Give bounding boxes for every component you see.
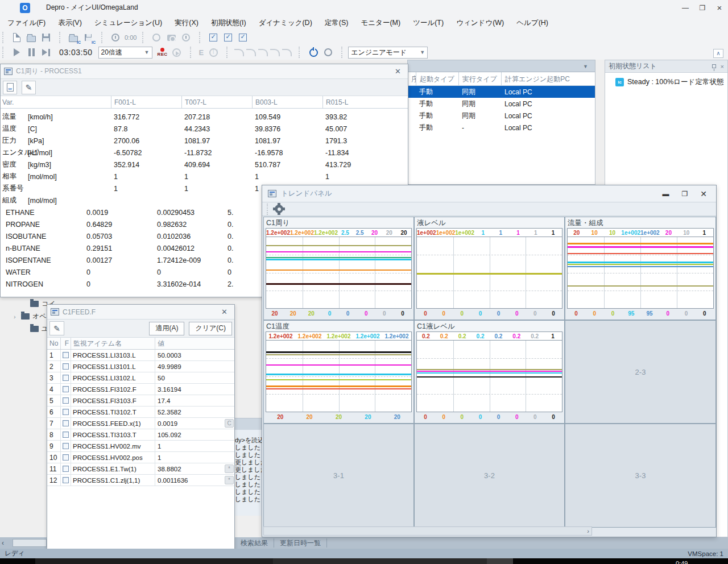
gear-icon[interactable] [275, 205, 283, 213]
clock-reset-icon[interactable] [110, 32, 121, 43]
run-table-row[interactable]: 手動-Local PC [408, 122, 595, 134]
edit-button[interactable]: ✎ [22, 81, 36, 94]
checkbox[interactable] [63, 375, 69, 381]
menu-item-W[interactable]: ウィンドウ(W) [450, 15, 510, 30]
menu-item-H[interactable]: ヘルプ(H) [510, 15, 555, 30]
bottom-tab[interactable]: 更新日時一覧 [274, 538, 327, 548]
stop-ring-icon[interactable] [322, 47, 334, 57]
watch-window-titlebar[interactable]: C1FEED.F ✕ [47, 305, 234, 320]
save-ic-icon[interactable]: IC [82, 32, 94, 43]
checkbox[interactable] [63, 432, 69, 438]
edit-button[interactable]: ✎ [49, 321, 64, 335]
run-zero-icon[interactable] [258, 49, 268, 56]
menu-item-M[interactable]: モニター(M) [355, 15, 407, 30]
toolbar-group-handle[interactable] [226, 47, 230, 58]
checkbox[interactable] [63, 420, 69, 426]
trend-empty-cell[interactable]: 3-3 [565, 424, 716, 528]
checkbox[interactable] [63, 477, 69, 483]
watch-table-row[interactable]: 4PROCESS1.FI3102.F3.16194 [47, 384, 234, 395]
checkbox[interactable] [63, 397, 69, 404]
menu-item-T[interactable]: ツール(T) [407, 15, 450, 30]
toolbar-group-handle[interactable] [59, 32, 63, 43]
watch-table-row[interactable]: 5PROCESS1.FI3103.F17.4 [47, 395, 234, 407]
watch-table-row[interactable]: 8PROCESS1.TI3103.T105.092 [47, 429, 234, 441]
close-icon[interactable]: ✕ [391, 67, 404, 76]
run-to-icon[interactable] [234, 49, 244, 56]
watch-table-row[interactable]: 2PROCESS1.LI3101.L49.9989 [47, 361, 234, 372]
watch-table-row[interactable]: 7PROCESS1.FEED.x(1)0.0019C [47, 418, 234, 429]
close-icon[interactable]: × [721, 63, 724, 70]
trend-window-titlebar[interactable]: トレンドパネル ▬ ❐ ✕ [262, 185, 716, 202]
process-window-titlebar[interactable]: C1周り - PROCESS1 ✕ [1, 64, 408, 79]
watch-table-row[interactable]: 9PROCESS1.HV002.mv1 [47, 441, 234, 452]
open-file-icon[interactable] [26, 32, 37, 43]
checkbox[interactable] [63, 454, 69, 461]
power-icon[interactable] [308, 47, 319, 57]
run-table-row[interactable]: 手動同期Local PC [408, 110, 595, 122]
run-table-row[interactable]: 手動同期Local PC [408, 98, 595, 110]
toolbar-group-handle[interactable] [2, 47, 6, 58]
toolbar-group-handle[interactable] [299, 47, 302, 58]
minimize-icon[interactable]: ▬ [663, 190, 669, 198]
h-scrollbar-thumb[interactable] [13, 539, 47, 547]
tree-item[interactable]: ›オペ [14, 312, 47, 321]
chevron-right-icon[interactable]: › [587, 528, 592, 534]
menu-item-S[interactable]: 定常(S) [318, 15, 355, 30]
menu-item-I[interactable]: 初期状態(I) [205, 15, 253, 30]
record-button[interactable]: REC [156, 48, 169, 57]
trend-chart-cell[interactable]: C1温度1.2e+0021.2e+0021.2e+0021.2e+0021.2e… [263, 320, 414, 424]
edit-mode-icon-2[interactable] [222, 32, 234, 43]
close-icon[interactable]: ✕ [700, 189, 707, 198]
toolbar-group-handle[interactable] [341, 47, 345, 58]
play-icon[interactable] [11, 47, 22, 57]
camera-icon[interactable] [166, 32, 177, 43]
chevron-right-icon[interactable]: › [14, 313, 18, 320]
trend-empty-cell[interactable]: 3-1 [263, 424, 414, 528]
watch-table-row[interactable]: 11PROCESS1.E1.Tw(1)38.8802* [47, 463, 234, 475]
mode-combo[interactable]: エンジニアモード▼ [348, 47, 428, 59]
toolbar-group-handle[interactable] [199, 32, 202, 43]
export-csv-button[interactable]: sv [3, 81, 17, 94]
toolbar-group-handle[interactable] [2, 32, 6, 43]
rewind-icon[interactable] [270, 49, 280, 56]
toolbar-group-handle[interactable] [190, 47, 193, 58]
save-icon[interactable] [40, 32, 52, 43]
menu-item-X[interactable]: 実行(X) [168, 15, 205, 30]
edit-mode-icon-3[interactable] [237, 32, 249, 43]
trend-scrollbar[interactable]: › [263, 526, 592, 536]
trend-empty-cell[interactable]: 3-2 [414, 424, 565, 528]
restore-icon[interactable]: ❐ [694, 2, 711, 14]
checkbox[interactable] [63, 352, 69, 358]
close-icon[interactable]: × [711, 2, 728, 14]
watch-table-row[interactable]: 10PROCESS1.HV002.pos1 [47, 452, 234, 463]
checkbox[interactable] [63, 443, 69, 449]
snapshot-search-icon[interactable] [151, 32, 162, 43]
watch-table-row[interactable]: 1PROCESS1.LI3103.L50.0003 [47, 350, 234, 361]
watch-table-row[interactable]: 12PROCESS1.C1.zlj(1,1)0.0011636* [47, 475, 234, 486]
checkbox[interactable] [63, 386, 69, 392]
pin-icon[interactable] [712, 64, 716, 68]
initial-state-item[interactable]: ic Steady : 100%ロード定常状態 [605, 73, 727, 87]
trend-chart-cell[interactable]: C1液レベル0.20.20.20.20.20.20.2100000000 [414, 320, 565, 424]
open-ic-icon[interactable]: IC [68, 32, 79, 43]
trend-empty-cell[interactable]: 2-3 [565, 320, 716, 424]
chevron-down-icon[interactable]: ▼ [583, 64, 588, 69]
run-table-row[interactable]: 手動同期Local PC [408, 86, 595, 98]
menu-item-V[interactable]: 表示(V) [52, 15, 88, 30]
apply-button[interactable]: 適用(A) [149, 322, 184, 335]
close-icon[interactable]: ✕ [218, 308, 231, 316]
event-pause-icon[interactable] [208, 47, 219, 57]
trend-chart-cell[interactable]: C1周り1.2e+0021.2e+0021.2e+0022.52.5202020… [263, 217, 414, 320]
replay-icon[interactable] [171, 47, 183, 57]
edit-mode-icon-1[interactable] [208, 32, 219, 43]
toolbar-group-handle[interactable] [101, 32, 105, 43]
undo-icon[interactable] [282, 49, 292, 56]
trend-chart-cell[interactable]: 流量・組成2010101e+0021e+002201010009595000 [565, 217, 716, 320]
clear-button[interactable]: クリア(C) [189, 322, 232, 335]
maximize-icon[interactable]: ❐ [682, 190, 688, 198]
new-file-icon[interactable] [11, 32, 22, 43]
menu-item-F[interactable]: ファイル(F) [1, 15, 52, 30]
watch-table-row[interactable]: 3PROCESS1.LI3102.L50 [47, 372, 234, 384]
menu-item-D[interactable]: ダイナミック(D) [253, 15, 318, 30]
watch-table-row[interactable]: 6PROCESS1.TI3102.T52.3582 [47, 407, 234, 418]
